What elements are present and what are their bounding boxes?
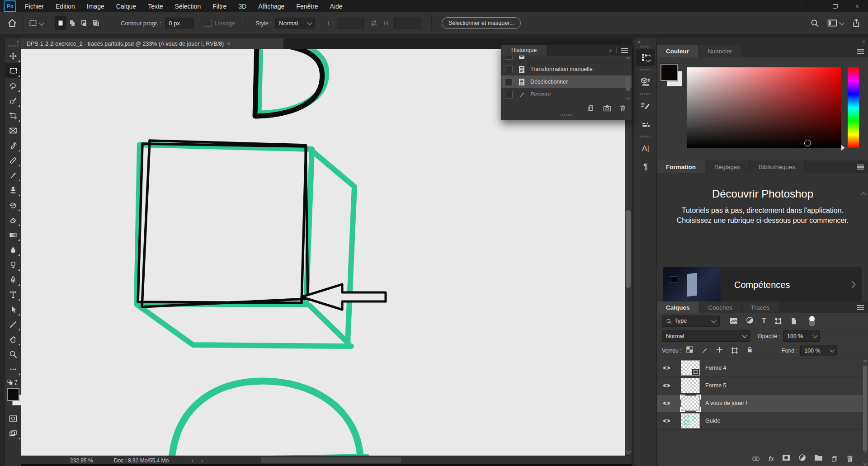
lock-all-icon[interactable]: [746, 346, 753, 355]
color-panel-menu-icon[interactable]: [857, 49, 864, 54]
frame-tool[interactable]: [5, 123, 21, 138]
visibility-eye-icon[interactable]: [657, 395, 676, 412]
antialias-checkbox[interactable]: [205, 20, 212, 27]
character-panel-icon[interactable]: A|: [636, 140, 655, 157]
layers-panel-menu-icon[interactable]: [857, 305, 864, 310]
new-group-icon[interactable]: [814, 454, 823, 463]
filter-adjustment-icon[interactable]: [746, 316, 754, 326]
edit-toolbar-icon[interactable]: [5, 362, 21, 377]
style-dropdown[interactable]: Normal: [275, 18, 315, 28]
new-layer-icon[interactable]: [831, 455, 838, 462]
layer-thumbnail[interactable]: [681, 395, 700, 411]
clone-stamp-tool[interactable]: [5, 183, 21, 198]
home-icon[interactable]: [7, 18, 19, 28]
menu-fenetre[interactable]: Fenêtre: [290, 3, 324, 10]
link-layers-icon[interactable]: [751, 455, 760, 462]
opacity-chevron[interactable]: [811, 330, 820, 342]
history-brush-tool[interactable]: [5, 198, 21, 212]
tab-reglages[interactable]: Réglages: [705, 160, 750, 173]
menu-affichage[interactable]: Affichage: [252, 3, 290, 10]
layers-scrollbar-thumb[interactable]: [863, 366, 867, 452]
learn-panel-menu-icon[interactable]: [857, 165, 864, 169]
paragraph-panel-icon[interactable]: ¶: [636, 158, 655, 175]
new-doc-from-state-icon[interactable]: [587, 104, 595, 112]
layers-scroll-up-icon[interactable]: [863, 360, 867, 363]
history-menu-icon[interactable]: [621, 48, 628, 53]
intersect-selection-mode[interactable]: [90, 16, 102, 30]
status-expand-icon[interactable]: ›: [191, 457, 193, 464]
gradient-tool[interactable]: [5, 227, 21, 242]
new-selection-mode[interactable]: [55, 16, 66, 30]
move-tool[interactable]: [5, 48, 21, 63]
tab-nuancier[interactable]: Nuancier: [698, 45, 741, 57]
document-tab[interactable]: DPS-1-2-2-exercice_2 - tracés parfaits.p…: [21, 38, 283, 49]
blur-tool[interactable]: [5, 242, 21, 257]
eyedropper-tool[interactable]: [5, 138, 21, 153]
feather-input[interactable]: 0 px: [165, 18, 194, 28]
layer-thumbnail[interactable]: [681, 360, 700, 376]
history-row-pinceau[interactable]: Pinceau: [501, 88, 632, 101]
line-tool[interactable]: [5, 317, 21, 332]
properties-3d-icon[interactable]: [636, 73, 655, 90]
screen-mode-icon[interactable]: [5, 426, 21, 441]
pen-tool[interactable]: [5, 272, 21, 287]
tab-calques[interactable]: Calques: [657, 301, 699, 313]
menu-image[interactable]: Image: [81, 3, 110, 10]
quick-selection-tool[interactable]: [5, 93, 21, 108]
history-collapse-icon[interactable]: »: [609, 47, 612, 53]
add-mask-icon[interactable]: [782, 454, 790, 463]
layer-style-fx-icon[interactable]: fx: [769, 455, 774, 462]
color-picker-cursor[interactable]: [804, 140, 811, 146]
history-panel-icon[interactable]: [636, 49, 655, 66]
swap-colors-icon[interactable]: [13, 379, 19, 386]
search-icon[interactable]: [810, 19, 819, 28]
crop-tool[interactable]: [5, 108, 21, 123]
lock-position-icon[interactable]: [716, 346, 723, 355]
history-scrollbar-thumb[interactable]: [626, 77, 630, 91]
menu-aide[interactable]: Aide: [324, 3, 349, 10]
tab-couches[interactable]: Couches: [699, 301, 742, 313]
saturation-brightness-field[interactable]: [687, 67, 841, 148]
menu-calque[interactable]: Calque: [110, 3, 142, 10]
history-delete-icon[interactable]: [619, 105, 626, 112]
workspace-switcher[interactable]: [827, 19, 844, 28]
layer-row-forme5[interactable]: Forme 5: [657, 377, 863, 395]
history-resize-grip[interactable]: [561, 114, 572, 116]
dock-expand-icon[interactable]: »: [862, 39, 865, 44]
history-source-checkbox[interactable]: [505, 66, 513, 73]
restore-button[interactable]: [824, 0, 846, 12]
select-and-mask-button[interactable]: Sélectionner et masquer...: [442, 17, 521, 29]
menu-texte[interactable]: Texte: [142, 3, 169, 10]
subtract-selection-mode[interactable]: [78, 16, 90, 30]
brush-tool[interactable]: [5, 168, 21, 183]
filter-toggle[interactable]: [809, 315, 815, 326]
tab-traces[interactable]: Tracés: [742, 301, 779, 313]
visibility-eye-icon[interactable]: [657, 377, 676, 394]
foreground-color-well[interactable]: [660, 64, 678, 81]
hue-slider[interactable]: [848, 67, 859, 148]
visibility-eye-icon[interactable]: [657, 412, 676, 429]
height-input[interactable]: [394, 18, 421, 28]
dodge-tool[interactable]: [5, 257, 21, 272]
close-button[interactable]: ×: [846, 0, 868, 12]
menu-edition[interactable]: Edition: [50, 3, 81, 10]
tab-bibliotheques[interactable]: Bibliothèques: [750, 160, 805, 173]
history-source-checkbox[interactable]: [505, 91, 513, 99]
hscrollbar-thumb[interactable]: [261, 457, 401, 463]
adjustment-layer-icon[interactable]: [798, 454, 806, 463]
opacity-value[interactable]: 100 %: [783, 330, 811, 342]
filter-smart-object-icon[interactable]: [790, 317, 797, 325]
menu-fichier[interactable]: Fichier: [19, 3, 50, 10]
history-tab[interactable]: Historique: [501, 45, 547, 56]
visibility-eye-icon[interactable]: [657, 359, 676, 377]
history-row-transformation[interactable]: Transformation manuelle: [501, 63, 632, 75]
tab-couleur[interactable]: Couleur: [657, 45, 698, 57]
quick-mask-mode-icon[interactable]: [5, 411, 21, 426]
zoom-level[interactable]: 232,95 %: [70, 457, 93, 464]
blend-mode-dropdown[interactable]: Normal: [662, 330, 750, 342]
layer-row-forme4[interactable]: Forme 4: [657, 359, 863, 377]
hue-slider-arrow[interactable]: [841, 145, 845, 151]
new-snapshot-camera-icon[interactable]: [603, 105, 611, 112]
brushes-icon[interactable]: [636, 116, 655, 133]
hand-tool[interactable]: [5, 332, 21, 347]
